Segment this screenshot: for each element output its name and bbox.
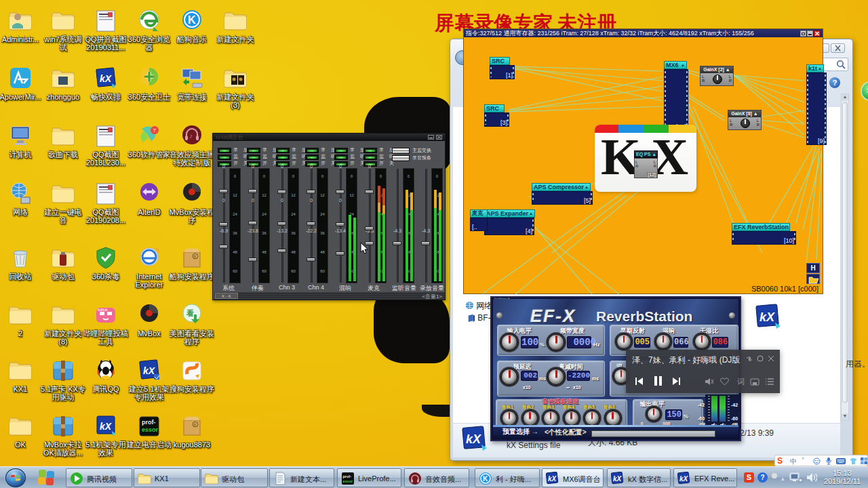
svg-text:kX: kX [100,73,113,84]
svg-text:essor: essor [142,426,159,433]
svg-text:kX: kX [143,365,156,376]
svg-text:K: K [483,475,488,483]
svg-text:prof-: prof- [142,419,156,426]
svg-text:prof-: prof- [343,474,352,479]
svg-text:kX: kX [548,475,557,483]
svg-text:kX: kX [466,432,481,446]
svg-text:看: 看 [186,309,194,317]
svg-text:♪: ♪ [189,132,193,140]
svg-text:K: K [188,14,196,26]
svg-text:kX: kX [613,475,623,483]
svg-text:kX: kX [100,421,113,432]
svg-text:kX: kX [679,475,689,483]
svg-text:bilibili: bilibili [98,308,108,312]
svg-text:K: K [194,422,197,427]
svg-text:essor: essor [343,479,354,483]
svg-text:K: K [194,254,197,259]
svg-text:7: 7 [153,127,157,134]
svg-text:kX: kX [760,310,775,324]
